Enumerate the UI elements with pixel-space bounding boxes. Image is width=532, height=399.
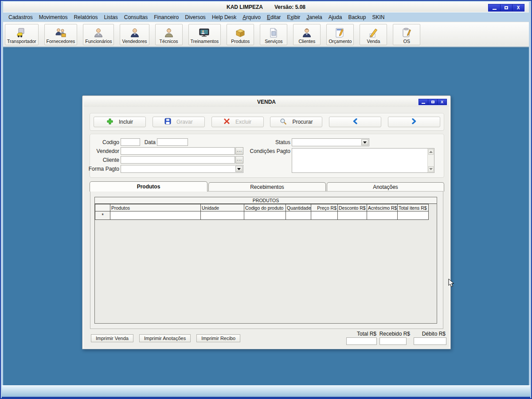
codigo-field[interactable]	[121, 138, 140, 146]
menu-item-diversos[interactable]: Diversos	[182, 13, 209, 22]
menu-item-exibir[interactable]: Exibir	[284, 13, 303, 22]
debito-field[interactable]	[414, 337, 446, 345]
grid-cell[interactable]	[244, 211, 286, 220]
cliente-field[interactable]	[121, 156, 235, 164]
sale-pencil-icon	[368, 27, 379, 39]
venda-maximize-button[interactable]	[428, 99, 437, 105]
menu-item-consultas[interactable]: Consultas	[121, 13, 151, 22]
toolbar-button-transportador[interactable]: Transportador	[5, 24, 39, 45]
menu-item-janela[interactable]: Janela	[303, 13, 325, 22]
vendedor-field[interactable]	[121, 147, 235, 155]
grid-cell[interactable]	[201, 211, 244, 220]
menu-item-cadastros[interactable]: Cadastros	[5, 13, 36, 22]
toolbar-button-label: Transportador	[7, 39, 36, 44]
menu-item-ajuda[interactable]: Ajuda	[325, 13, 345, 22]
produtos-tab-page: PRODUTOS Produtos Unidade Codigo do prod…	[90, 191, 443, 329]
technician-icon	[163, 27, 175, 39]
venda-title: VENDA	[257, 99, 276, 105]
grid-cell[interactable]	[311, 211, 338, 220]
condicoes-pagto-field[interactable]	[292, 148, 434, 173]
grid-column-header: Total itens R$	[398, 204, 429, 211]
gravar-label: Gravar	[176, 119, 193, 125]
maximize-button[interactable]	[501, 4, 512, 11]
employee-icon	[93, 27, 104, 39]
scroll-down-icon[interactable]	[428, 166, 434, 172]
recebido-field[interactable]	[379, 337, 407, 345]
menu-item-financeiro[interactable]: Financeiro	[151, 13, 182, 22]
tab-produtos-label: Produtos	[137, 184, 160, 190]
grid-cell[interactable]	[286, 211, 311, 220]
grid-cell[interactable]	[398, 211, 429, 220]
menu-item-relatorios[interactable]: Relatórios	[70, 13, 101, 22]
venda-form-panel: Codigo Data Vendedor ... Cliente ... For…	[90, 134, 444, 178]
minimize-button[interactable]	[489, 4, 500, 11]
chevron-down-icon[interactable]	[235, 166, 243, 172]
venda-minimize-button[interactable]	[419, 99, 428, 105]
maximize-icon	[431, 101, 434, 103]
grid-cell[interactable]	[367, 211, 398, 220]
data-field[interactable]	[157, 138, 188, 146]
incluir-button[interactable]: Incluir	[94, 117, 146, 127]
main-window-controls: X	[488, 4, 525, 12]
venda-close-button[interactable]: X	[438, 99, 446, 105]
venda-window: VENDA X Incluir Gravar	[82, 95, 451, 349]
cliente-lookup-button[interactable]: ...	[235, 156, 243, 164]
toolbar-button-tecnicos[interactable]: Técnicos	[155, 24, 183, 45]
total-field[interactable]	[346, 337, 377, 345]
menu-item-help-desk[interactable]: Help Desk	[209, 13, 239, 22]
imprimir-anotacoes-button[interactable]: Imprimir Anotações	[139, 334, 191, 342]
toolbar-button-treinamentos[interactable]: Treinamentos	[188, 24, 221, 45]
grid-cell[interactable]	[110, 211, 201, 220]
grid-column-header: Desconto R$	[338, 204, 367, 211]
menu-item-movimentos[interactable]: Movimentos	[36, 13, 71, 22]
mouse-cursor	[448, 278, 455, 290]
next-record-button[interactable]	[388, 117, 440, 127]
menu-item-skin[interactable]: SKIN	[369, 13, 387, 22]
toolbar-button-label: OS	[403, 39, 410, 44]
toolbar-button-vendedores[interactable]: Vendedores	[120, 24, 149, 45]
previous-record-button[interactable]	[329, 117, 381, 127]
close-button[interactable]: X	[512, 4, 524, 11]
venda-body: Incluir Gravar Excluir Procurar	[84, 107, 449, 348]
memo-scrollbar[interactable]	[427, 149, 434, 172]
toolbar-button-funcionarios[interactable]: Funcionários	[83, 24, 114, 45]
toolbar-button-orcamento[interactable]: Orçamento	[326, 24, 354, 45]
produtos-grid: PRODUTOS Produtos Unidade Codigo do prod…	[94, 197, 437, 324]
grid-title: PRODUTOS	[95, 197, 437, 204]
app-title: KAD LIMPEZA	[227, 4, 263, 10]
procurar-button[interactable]: Procurar	[270, 117, 322, 127]
scroll-up-icon[interactable]	[428, 149, 434, 155]
toolbar-button-servicos[interactable]: Serviços	[260, 24, 287, 45]
procurar-label: Procurar	[292, 119, 313, 125]
chevron-down-icon[interactable]	[361, 139, 368, 145]
toolbar-button-label: Orçamento	[329, 39, 352, 44]
search-magnifier-icon	[280, 118, 287, 126]
tab-produtos[interactable]: Produtos	[90, 181, 207, 192]
venda-titlebar[interactable]: VENDA X	[84, 97, 449, 107]
excluir-button[interactable]: Excluir	[211, 117, 264, 127]
forma-pagto-select[interactable]	[121, 165, 243, 173]
incluir-label: Incluir	[119, 119, 133, 125]
tab-anotacoes[interactable]: Anotações	[327, 182, 444, 192]
toolbar-button-os[interactable]: OS	[393, 24, 420, 45]
menu-item-backup[interactable]: Backup	[345, 13, 369, 22]
grid-column-header: Produtos	[110, 204, 201, 211]
close-icon: X	[441, 100, 443, 104]
new-row-marker: *	[95, 211, 110, 220]
gravar-button[interactable]: Gravar	[153, 117, 205, 127]
toolbar-button-venda[interactable]: Venda	[360, 24, 387, 45]
grid-cell[interactable]	[338, 211, 367, 220]
imprimir-venda-button[interactable]: Imprimir Venda	[91, 334, 133, 342]
menu-item-arquivo[interactable]: Arquivo	[239, 13, 264, 22]
menu-item-editar[interactable]: Editar	[264, 13, 284, 22]
status-select[interactable]	[292, 138, 369, 146]
tab-recebimentos[interactable]: Recebimentos	[208, 182, 326, 192]
toolbar-button-clientes[interactable]: Clientes	[293, 24, 321, 45]
imprimir-recibo-button[interactable]: Imprimir Recibo	[196, 334, 240, 342]
menu-item-listas[interactable]: Listas	[101, 13, 121, 22]
toolbar-button-produtos[interactable]: Produtos	[227, 24, 254, 45]
debito-label: Débito R$	[401, 331, 446, 337]
toolbar-button-fornecedores[interactable]: Fornecedores	[44, 24, 78, 45]
cliente-label: Cliente	[90, 157, 119, 163]
grid-column-header: Quantidade	[286, 204, 311, 211]
